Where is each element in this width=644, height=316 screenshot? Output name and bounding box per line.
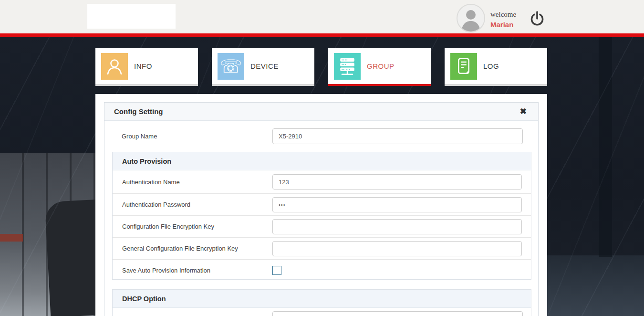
avatar[interactable]: [457, 4, 485, 32]
username: Marian: [490, 20, 516, 30]
tab-info[interactable]: INFO: [95, 48, 198, 86]
tab-device[interactable]: ☏ DEVICE: [212, 48, 314, 86]
auth-name-input[interactable]: [272, 174, 522, 190]
phone-icon: ☏: [218, 53, 244, 80]
red-divider-bar: [0, 33, 644, 37]
tab-group-label: GROUP: [367, 62, 395, 70]
auto-provision-title: Auto Provision: [113, 158, 171, 165]
background-photo-floor: [547, 255, 644, 316]
group-name-row: Group Name: [104, 121, 538, 152]
tab-bar: INFO ☏ DEVICE GROUP: [95, 48, 547, 86]
phone-glyph: ☏: [219, 57, 242, 75]
background-photo-pillar: [599, 37, 612, 257]
dhcp-first-row: [113, 311, 531, 316]
dhcp-first-input[interactable]: [272, 311, 523, 316]
general-config-key-row: General Configuration File Encryption Ke…: [113, 237, 531, 259]
auth-password-input[interactable]: [272, 197, 522, 212]
general-config-key-input[interactable]: [272, 241, 522, 256]
tab-info-label: INFO: [134, 62, 152, 70]
logo-placeholder: [87, 4, 176, 29]
power-icon: [529, 10, 546, 27]
save-auto-provision-row: Save Auto Provision Information: [113, 259, 531, 281]
top-header: welcome Marian: [0, 0, 644, 33]
config-setting-panel: Config Setting ✖ Group Name Auto Provisi…: [104, 102, 539, 316]
dhcp-option-title: DHCP Option: [113, 295, 166, 303]
config-key-label: Configuration File Encryption Key: [113, 223, 272, 230]
content-container: Config Setting ✖ Group Name Auto Provisi…: [95, 94, 547, 316]
save-auto-provision-label: Save Auto Provision Information: [113, 267, 272, 274]
tab-log[interactable]: LOG: [445, 48, 547, 86]
close-icon[interactable]: ✖: [520, 103, 527, 121]
server-group-icon: [334, 53, 361, 80]
config-key-row: Configuration File Encryption Key: [113, 215, 531, 237]
auth-password-label: Authentication Password: [113, 201, 272, 208]
auto-provision-header: Auto Provision: [113, 152, 531, 170]
group-name-input[interactable]: [272, 128, 523, 144]
auto-provision-section: Auto Provision Authentication Name Authe…: [112, 152, 531, 280]
auth-name-row: Authentication Name: [113, 170, 531, 193]
document-log-icon: [450, 53, 477, 80]
tab-log-label: LOG: [483, 62, 499, 70]
logout-power-button[interactable]: [529, 10, 547, 28]
panel-title: Config Setting: [104, 107, 163, 116]
tab-group[interactable]: GROUP: [328, 48, 431, 86]
config-key-input[interactable]: [272, 219, 522, 234]
dhcp-option-section: DHCP Option: [112, 289, 531, 316]
background-photo-beam: [0, 234, 23, 242]
person-icon: [101, 53, 128, 80]
dhcp-option-header: DHCP Option: [113, 290, 531, 308]
save-auto-provision-checkbox[interactable]: [272, 266, 281, 275]
tab-device-label: DEVICE: [250, 62, 279, 70]
auth-password-row: Authentication Password: [113, 193, 531, 215]
group-name-label: Group Name: [104, 133, 272, 140]
welcome-block: welcome Marian: [490, 10, 516, 30]
auth-name-label: Authentication Name: [113, 179, 272, 186]
panel-header: Config Setting ✖: [104, 103, 538, 121]
general-config-key-label: General Configuration File Encryption Ke…: [113, 245, 272, 252]
welcome-label: welcome: [490, 10, 516, 19]
user-silhouette-icon: [457, 5, 484, 32]
